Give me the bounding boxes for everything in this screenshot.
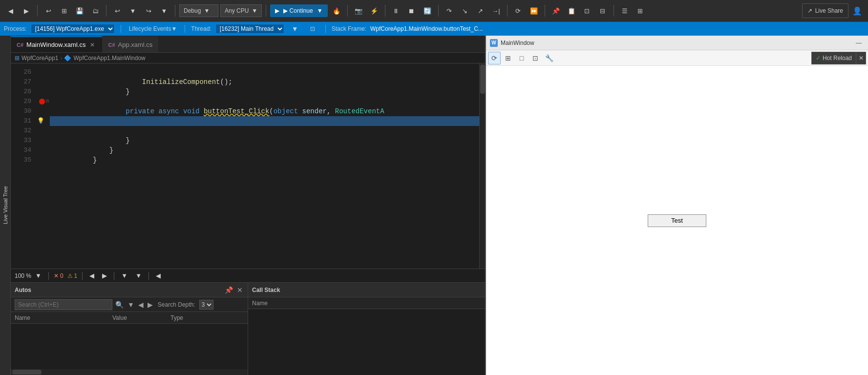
misc-btn-1[interactable]: ⟳ <box>511 3 525 18</box>
tab-close-1[interactable]: ✕ <box>88 41 96 49</box>
misc-btn-7[interactable]: ☰ <box>618 3 632 18</box>
tab-icon-cs-2: C# <box>108 42 115 48</box>
step-in-button[interactable]: ↘ <box>458 3 472 18</box>
call-stack-table-header: Name <box>248 297 485 309</box>
toolbar-sep-5 <box>347 5 348 17</box>
forward-button[interactable]: ▶ <box>20 3 33 18</box>
live-share-button[interactable]: ↗ Live Share <box>802 3 848 18</box>
navigate-back-status[interactable]: ◀ <box>87 271 96 280</box>
redo-button[interactable]: ↪ <box>142 3 155 18</box>
preview-toolbar-btn-3[interactable]: □ <box>515 52 528 64</box>
restart-button[interactable]: 🔄 <box>421 3 434 18</box>
process-select[interactable]: [14156] WpfCoreApp1.exe <box>31 24 115 34</box>
toolbar-sep-10 <box>614 5 614 17</box>
collapse-arrow[interactable]: ⊟ <box>46 97 49 106</box>
hot-reload-close[interactable]: ✕ <box>856 52 866 64</box>
code-content: InitializeComponent(); } private async v… <box>50 63 479 269</box>
events-button[interactable]: ⚡ <box>367 3 381 18</box>
filter-button-status[interactable]: ▼ <box>119 271 129 280</box>
step-out-button[interactable]: ↗ <box>474 3 487 18</box>
breadcrumb-class[interactable]: WpfCoreApp1.MainWindow <box>73 55 145 62</box>
toolbar-sep-9 <box>545 5 545 17</box>
run-to-cursor-button[interactable]: →| <box>489 3 503 18</box>
toolbar-sep-6 <box>385 5 385 17</box>
live-visual-tree-tab[interactable]: Live Visual Tree <box>2 182 8 228</box>
misc-btn-6[interactable]: ⊟ <box>596 3 610 18</box>
scroll-left-status[interactable]: ◀ <box>154 271 163 280</box>
autos-search-input[interactable] <box>15 299 112 310</box>
error-count[interactable]: ✕ 0 <box>54 272 64 279</box>
undo-dropdown[interactable]: ▼ <box>126 3 140 18</box>
preview-panel: W MainWindow — ⟳ ⊞ □ ⊡ 🔧 ✓ Hot Reload ✕ … <box>485 36 868 375</box>
toolbar-sep-2 <box>106 5 106 17</box>
navigate-forward-status[interactable]: ▶ <box>100 271 109 280</box>
search-depth-select[interactable]: 3 <box>199 300 213 310</box>
autos-scrollbar-h[interactable] <box>11 369 248 375</box>
camera-button[interactable]: 📷 <box>352 3 365 18</box>
filter-dropdown-status[interactable]: ▼ <box>133 271 144 280</box>
tab-mainwindow-xaml-cs[interactable]: C# MainWindow.xaml.cs ✕ <box>11 36 102 52</box>
autos-nav-forward[interactable]: ▶ <box>147 300 154 310</box>
breakpoint-indicator[interactable] <box>39 99 45 104</box>
misc-btn-2[interactable]: ⏩ <box>527 3 541 18</box>
thread-filter-button[interactable]: ▼ <box>288 23 302 34</box>
hot-reload-button[interactable]: ✓ Hot Reload <box>811 52 856 64</box>
misc-btn-8[interactable]: ⊞ <box>634 3 647 18</box>
toolbar-sep-4 <box>266 5 266 17</box>
back-button[interactable]: ◀ <box>4 3 18 18</box>
autos-search-dropdown[interactable]: ▼ <box>127 300 135 310</box>
lightbulb-icon[interactable]: 💡 <box>37 116 44 126</box>
thread-break-button[interactable]: ⊡ <box>306 23 319 34</box>
preview-titlebar: W MainWindow — <box>486 36 868 50</box>
autos-nav-back[interactable]: ◀ <box>137 300 145 310</box>
misc-btn-5[interactable]: ⊡ <box>580 3 594 18</box>
nav-button-2[interactable]: ⊞ <box>57 3 71 18</box>
user-icon-button[interactable]: 👤 <box>850 4 864 18</box>
preview-toolbar-btn-2[interactable]: ⊞ <box>502 52 514 64</box>
autos-pin-button[interactable]: 📌 <box>224 285 234 295</box>
col-type-header: Type <box>170 314 244 321</box>
editor-scrollbar-thumb[interactable] <box>480 64 485 94</box>
pause-button[interactable]: ⏸ <box>389 3 403 18</box>
continue-label: ▶ Continue <box>283 7 313 14</box>
autos-close-button[interactable]: ✕ <box>236 285 244 295</box>
autos-search-icon[interactable]: 🔍 <box>114 300 125 310</box>
zoom-dropdown[interactable]: ▼ <box>33 271 43 280</box>
status-sep-2 <box>82 272 83 280</box>
cpu-dropdown[interactable]: Any CPU ▼ <box>220 4 262 17</box>
autos-scrollbar-thumb-h[interactable] <box>12 370 42 375</box>
lifecycle-events-button[interactable]: Lifecycle Events ▼ <box>127 23 179 34</box>
test-button[interactable]: Test <box>648 214 706 227</box>
breadcrumb-project-icon: ⊞ <box>15 55 20 62</box>
breadcrumb-project[interactable]: WpfCoreApp1 <box>21 55 58 62</box>
nav-button-1[interactable]: ↩ <box>42 3 55 18</box>
status-sep-4 <box>148 272 149 280</box>
undo-button[interactable]: ↩ <box>110 3 124 18</box>
misc-btn-4[interactable]: 📋 <box>565 3 578 18</box>
preview-close-button[interactable]: — <box>853 38 864 48</box>
misc-btn-3[interactable]: 📌 <box>549 3 563 18</box>
preview-toolbar-btn-5[interactable]: 🔧 <box>543 52 555 64</box>
stop-button[interactable]: ⏹ <box>405 3 419 18</box>
step-over-button[interactable]: ↷ <box>443 3 456 18</box>
status-sep-1 <box>48 272 49 280</box>
continue-button[interactable]: ▶ ▶ Continue ▼ <box>270 4 327 17</box>
autos-table-header: Name Value Type <box>11 312 248 324</box>
preview-title: MainWindow <box>501 40 534 46</box>
preview-toolbar-btn-4[interactable]: ⊡ <box>529 52 542 64</box>
debug-config-dropdown[interactable]: Debug ▼ <box>179 4 218 17</box>
warning-value: 1 <box>74 272 78 279</box>
thread-select[interactable]: [16232] Main Thread <box>215 24 284 34</box>
call-stack-title: Call Stack <box>252 287 280 293</box>
toolbar-sep-3 <box>175 5 175 17</box>
save-all-button[interactable]: 🗂 <box>88 3 102 18</box>
warning-count[interactable]: ⚠ 1 <box>67 272 78 279</box>
editor-scrollbar[interactable] <box>479 63 485 269</box>
fire-button[interactable]: 🔥 <box>330 3 343 18</box>
preview-toolbar-btn-1[interactable]: ⟳ <box>488 52 501 64</box>
save-button[interactable]: 💾 <box>73 3 86 18</box>
cpu-arrow: ▼ <box>252 7 257 14</box>
tab-app-xaml-cs[interactable]: C# App.xaml.cs <box>102 36 158 52</box>
code-line-33: } <box>50 136 479 146</box>
redo-dropdown[interactable]: ▼ <box>157 3 171 18</box>
